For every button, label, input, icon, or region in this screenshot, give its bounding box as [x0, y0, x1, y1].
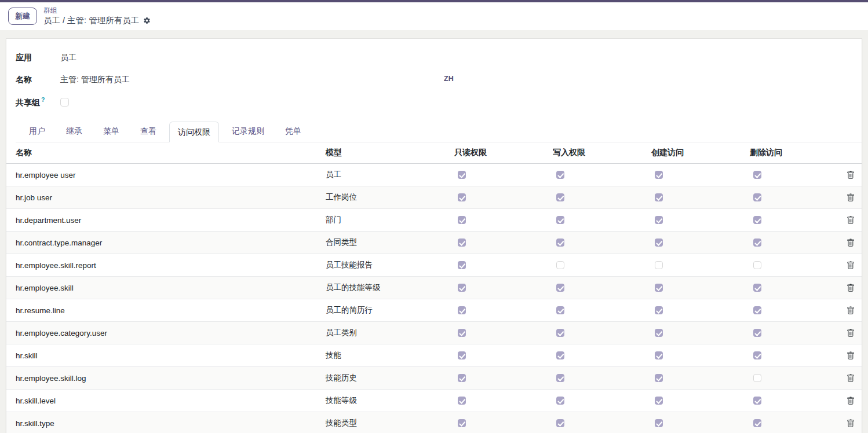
row-name-cell[interactable]: hr.employee user — [6, 171, 326, 179]
row-name-cell[interactable]: hr.employee.skill.log — [6, 374, 326, 383]
tab-1[interactable]: 用户 — [21, 121, 53, 142]
row-name-cell[interactable]: hr.department.user — [6, 216, 326, 225]
create-access-checkbox[interactable] — [655, 374, 663, 382]
delete-access-checkbox[interactable] — [753, 397, 761, 405]
delete-row-trash-icon[interactable] — [847, 238, 855, 247]
action-gear-icon[interactable] — [143, 17, 151, 24]
write-access-checkbox[interactable] — [556, 284, 564, 292]
table-row[interactable]: hr.contract.type.manager合同类型 — [6, 232, 862, 254]
row-model-cell[interactable]: 员工的技能等级 — [326, 282, 454, 293]
share-group-checkbox[interactable] — [60, 98, 69, 107]
read-access-checkbox[interactable] — [458, 261, 466, 269]
row-model-cell[interactable]: 员工类别 — [326, 328, 454, 338]
column-header[interactable]: 模型 — [326, 148, 454, 158]
delete-access-checkbox[interactable] — [753, 351, 761, 359]
table-row[interactable]: hr.skill技能 — [6, 344, 862, 367]
tab-3[interactable]: 菜单 — [95, 121, 127, 142]
table-row[interactable]: hr.resume.line员工的简历行 — [6, 299, 862, 322]
application-value[interactable]: 员工 — [60, 53, 76, 63]
row-model-cell[interactable]: 工作岗位 — [326, 192, 454, 203]
write-access-checkbox[interactable] — [556, 306, 564, 314]
column-header[interactable]: 删除访问 — [750, 148, 834, 158]
delete-row-trash-icon[interactable] — [847, 329, 855, 337]
create-access-checkbox[interactable] — [655, 306, 663, 314]
column-header[interactable]: 创建访问 — [651, 148, 750, 158]
create-access-checkbox[interactable] — [655, 397, 663, 405]
create-access-checkbox[interactable] — [655, 261, 663, 269]
tab-2[interactable]: 继承 — [58, 121, 90, 142]
column-header[interactable]: 写入权限 — [553, 148, 651, 158]
row-name-cell[interactable]: hr.skill.type — [6, 419, 326, 428]
read-access-checkbox[interactable] — [458, 351, 466, 359]
create-access-checkbox[interactable] — [655, 351, 663, 359]
write-access-checkbox[interactable] — [556, 238, 564, 247]
new-button[interactable]: 新建 — [8, 8, 37, 25]
delete-access-checkbox[interactable] — [753, 374, 761, 382]
write-access-checkbox[interactable] — [556, 216, 564, 224]
row-model-cell[interactable]: 技能等级 — [326, 395, 454, 406]
write-access-checkbox[interactable] — [556, 329, 564, 337]
row-model-cell[interactable]: 技能类型 — [326, 418, 454, 428]
create-access-checkbox[interactable] — [655, 329, 663, 337]
tab-6[interactable]: 记录规则 — [224, 121, 272, 142]
delete-row-trash-icon[interactable] — [847, 306, 855, 315]
delete-row-trash-icon[interactable] — [847, 193, 855, 202]
read-access-checkbox[interactable] — [458, 306, 466, 314]
table-row[interactable]: hr.employee.skill.report员工技能报告 — [6, 254, 862, 277]
delete-access-checkbox[interactable] — [753, 419, 761, 427]
table-row[interactable]: hr.employee.skill员工的技能等级 — [6, 277, 862, 299]
table-row[interactable]: hr.job user工作岗位 — [6, 186, 862, 209]
row-name-cell[interactable]: hr.employee.skill.report — [6, 261, 326, 270]
write-access-checkbox[interactable] — [556, 351, 564, 359]
delete-row-trash-icon[interactable] — [847, 216, 855, 225]
tab-4[interactable]: 查看 — [132, 121, 165, 142]
delete-row-trash-icon[interactable] — [847, 171, 855, 179]
read-access-checkbox[interactable] — [458, 238, 466, 247]
create-access-checkbox[interactable] — [655, 419, 663, 427]
delete-row-trash-icon[interactable] — [847, 419, 855, 428]
read-access-checkbox[interactable] — [458, 329, 466, 337]
table-row[interactable]: hr.employee.skill.log技能历史 — [6, 367, 862, 390]
read-access-checkbox[interactable] — [458, 374, 466, 382]
row-name-cell[interactable]: hr.employee.skill — [6, 284, 326, 292]
create-access-checkbox[interactable] — [655, 216, 663, 224]
read-access-checkbox[interactable] — [458, 419, 466, 427]
breadcrumb-parent-link[interactable]: 群组 — [43, 6, 151, 15]
read-access-checkbox[interactable] — [458, 284, 466, 292]
tab-7[interactable]: 凭单 — [277, 121, 309, 142]
create-access-checkbox[interactable] — [655, 171, 663, 179]
column-header[interactable]: 只读权限 — [454, 148, 553, 158]
delete-access-checkbox[interactable] — [753, 171, 761, 179]
write-access-checkbox[interactable] — [556, 193, 564, 201]
read-access-checkbox[interactable] — [458, 171, 466, 179]
delete-row-trash-icon[interactable] — [847, 374, 855, 383]
row-name-cell[interactable]: hr.skill — [6, 351, 326, 360]
write-access-checkbox[interactable] — [556, 397, 564, 405]
row-name-cell[interactable]: hr.employee.category.user — [6, 329, 326, 337]
delete-access-checkbox[interactable] — [753, 329, 761, 337]
write-access-checkbox[interactable] — [556, 171, 564, 179]
delete-access-checkbox[interactable] — [753, 261, 761, 269]
table-row[interactable]: hr.employee user员工 — [6, 164, 862, 186]
row-name-cell[interactable]: hr.contract.type.manager — [6, 238, 326, 247]
column-header[interactable]: 名称 — [6, 148, 326, 158]
read-access-checkbox[interactable] — [458, 193, 466, 201]
row-model-cell[interactable]: 员工的简历行 — [326, 305, 454, 315]
row-name-cell[interactable]: hr.resume.line — [6, 306, 326, 315]
row-name-cell[interactable]: hr.skill.level — [6, 397, 326, 405]
delete-row-trash-icon[interactable] — [847, 397, 855, 405]
row-model-cell[interactable]: 员工技能报告 — [326, 260, 454, 270]
read-access-checkbox[interactable] — [458, 216, 466, 224]
row-model-cell[interactable]: 部门 — [326, 215, 454, 225]
table-row[interactable]: hr.skill.type技能类型 — [6, 412, 862, 433]
delete-access-checkbox[interactable] — [753, 216, 761, 224]
delete-access-checkbox[interactable] — [753, 306, 761, 314]
table-row[interactable]: hr.skill.level技能等级 — [6, 390, 862, 412]
table-row[interactable]: hr.employee.category.user员工类别 — [6, 322, 862, 344]
read-access-checkbox[interactable] — [458, 397, 466, 405]
write-access-checkbox[interactable] — [556, 261, 564, 269]
write-access-checkbox[interactable] — [556, 419, 564, 427]
delete-access-checkbox[interactable] — [753, 284, 761, 292]
tab-5-active[interactable]: 访问权限 — [169, 122, 219, 142]
name-value[interactable]: 主管: 管理所有员工 — [60, 75, 130, 85]
